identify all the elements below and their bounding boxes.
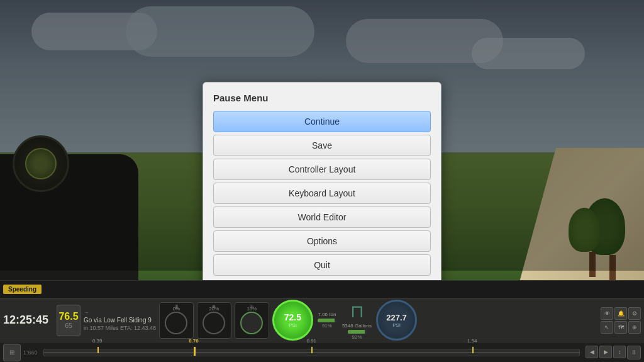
large-psi-wrap: 227.7 PSI xyxy=(376,300,417,341)
current-speed: 76.5 xyxy=(58,311,78,322)
map-icon-btn[interactable]: 🗺 xyxy=(614,321,627,334)
marker-label-4: 1.54 xyxy=(467,338,477,344)
direction-arrow: → xyxy=(84,310,156,315)
timeline-bar[interactable]: 0.39 0.70 0.91 1.54 xyxy=(43,349,580,356)
weight-bar-wrap: 91% xyxy=(318,319,336,329)
route-info: → Go via Low Fell Siding 9 in 10.57 Mile… xyxy=(84,310,156,331)
gallons-bar xyxy=(348,330,367,334)
hud-bottom-row: ⊞ 1:660 0.39 0.70 0.91 1.54 ◀ ▶ ↕ ⏸ xyxy=(0,342,644,362)
zoom-icon-btn[interactable]: ⊕ xyxy=(628,321,641,334)
marker-label-current: 0.70 xyxy=(189,338,199,344)
hud-right-icons: 👁 🔔 ⚙ ↖ 🗺 ⊕ xyxy=(601,307,641,334)
hud-time-display: 12:25:45 xyxy=(3,314,53,327)
weight-pct: 91% xyxy=(322,323,332,329)
arrow-icon-btn[interactable]: ↖ xyxy=(601,321,613,334)
throttle-gauge: ||| 0% xyxy=(159,302,194,339)
pause-button[interactable]: ⏸ xyxy=(627,346,641,359)
timeline-marker-current: 0.70 xyxy=(194,347,196,356)
menu-items-list: Continue Save Controller Layout Keyboard… xyxy=(213,111,431,276)
nav-btn-2[interactable]: ▶ xyxy=(599,346,612,358)
gallons-section: ⊓ 5348 Gallons 92% xyxy=(341,300,373,341)
bell-icon-btn[interactable]: 🔔 xyxy=(614,307,627,320)
brake-circle xyxy=(203,312,225,334)
pause-menu-dialog: Pause Menu Continue Save Controller Layo… xyxy=(203,82,441,286)
timeline-marker-4: 1.54 xyxy=(472,347,474,353)
gallons-bar-wrap: 92% xyxy=(348,330,367,340)
psi-value: 72.5 xyxy=(284,312,301,322)
gallons-pct: 92% xyxy=(352,334,362,340)
menu-item-save[interactable]: Save xyxy=(213,135,431,156)
reverser-circle xyxy=(240,312,263,334)
gallons-value: 5348 Gallons xyxy=(342,323,372,329)
speeding-badge: Speeding xyxy=(3,285,42,294)
large-psi-gauge: 227.7 PSI xyxy=(376,300,417,341)
weight-value: 7.06 ton xyxy=(318,312,336,317)
menu-item-controller-layout[interactable]: Controller Layout xyxy=(213,159,431,180)
gallons-fill xyxy=(348,330,365,334)
route-name: Go via Low Fell Siding 9 xyxy=(84,317,156,324)
hud-alert-bar: Speeding xyxy=(0,280,644,298)
marker-label-3: 0.91 xyxy=(306,338,316,344)
icon-row-top: 👁 🔔 ⚙ xyxy=(601,307,641,320)
eta-label: ETA: 12:43:48 xyxy=(120,325,156,331)
menu-item-continue[interactable]: Continue xyxy=(213,111,431,132)
brake-gauge: ⊕ 20% xyxy=(197,302,231,339)
speed-limit: 65 xyxy=(65,322,72,329)
game-time: 12:25:45 xyxy=(3,314,53,327)
large-psi-unit: PSI xyxy=(392,322,401,328)
pause-menu-title: Pause Menu xyxy=(213,93,431,103)
reverser-gauge: ◎ 10% xyxy=(235,302,269,339)
minimap-button[interactable]: ⊞ xyxy=(3,344,21,361)
speed-display: 76.5 65 xyxy=(57,305,80,336)
zoom-level: 1:660 xyxy=(21,349,40,356)
nav-btn-1[interactable]: ◀ xyxy=(586,346,598,358)
timeline-marker-1: 0.39 xyxy=(97,347,99,353)
menu-item-keyboard-layout[interactable]: Keyboard Layout xyxy=(213,183,431,204)
timeline-marker-3: 0.91 xyxy=(311,347,313,353)
marker-label-1: 0.39 xyxy=(92,338,103,344)
gear-icon-btn[interactable]: ⚙ xyxy=(628,307,641,320)
eta-info: in 10.57 Miles ETA: 12:43:48 xyxy=(84,325,156,331)
psi-gauge: 72.5 PSI xyxy=(272,300,313,341)
psi-unit: PSI xyxy=(289,322,297,328)
right-control-buttons: ◀ ▶ ↕ ⏸ xyxy=(586,346,641,359)
icon-row-middle: ↖ 🗺 ⊕ xyxy=(601,321,641,334)
eye-icon-btn[interactable]: 👁 xyxy=(601,307,613,320)
horseshoe-icon: ⊓ xyxy=(350,301,364,322)
weight-section: 7.06 ton 91% xyxy=(316,310,338,330)
hud-main-row: 12:25:45 76.5 65 → Go via Low Fell Sidin… xyxy=(0,298,644,342)
expand-btn[interactable]: ↕ xyxy=(613,346,626,358)
weight-fill xyxy=(318,319,335,322)
large-psi-value: 227.7 xyxy=(386,313,407,322)
distance: in 10.57 Miles xyxy=(84,325,119,331)
menu-item-options[interactable]: Options xyxy=(213,230,431,252)
throttle-circle xyxy=(165,312,187,334)
psi-gauge-wrap: 72.5 PSI xyxy=(272,300,313,341)
weight-bar xyxy=(318,319,336,322)
menu-item-quit[interactable]: Quit xyxy=(213,254,431,276)
menu-item-world-editor[interactable]: World Editor xyxy=(213,206,431,228)
hud-bar: Speeding 12:25:45 76.5 65 → Go via Low F… xyxy=(0,280,644,362)
